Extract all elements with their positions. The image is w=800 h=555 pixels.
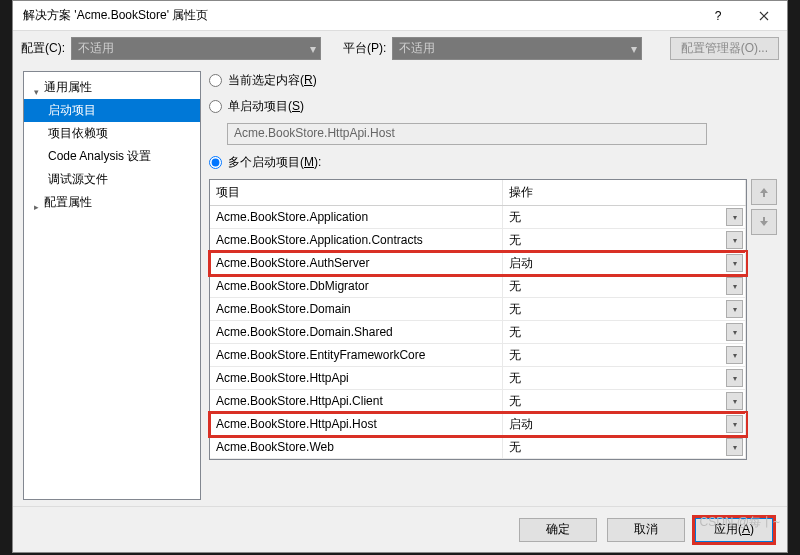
- arrow-up-icon: [758, 186, 770, 198]
- startup-panel: 当前选定内容(R) 单启动项目(S) Acme.BookStore.HttpAp…: [209, 71, 777, 500]
- table-row[interactable]: Acme.BookStore.Application无▾: [210, 206, 746, 229]
- chevron-down-icon: ▾: [631, 42, 637, 56]
- close-icon: [759, 11, 769, 21]
- cell-project: Acme.BookStore.AuthServer: [210, 252, 503, 274]
- chevron-down-icon[interactable]: ▾: [726, 438, 743, 456]
- config-combo[interactable]: 不适用 ▾: [71, 37, 321, 60]
- cell-action[interactable]: 无▾: [503, 367, 746, 389]
- config-label: 配置(C):: [21, 40, 65, 57]
- table-row[interactable]: Acme.BookStore.Domain无▾: [210, 298, 746, 321]
- cell-action[interactable]: 无▾: [503, 275, 746, 297]
- radio-label: 当前选定内容(R): [228, 72, 317, 89]
- arrow-down-icon: [758, 216, 770, 228]
- cancel-button[interactable]: 取消: [607, 518, 685, 542]
- cell-project: Acme.BookStore.HttpApi: [210, 367, 503, 389]
- cell-action[interactable]: 无▾: [503, 229, 746, 251]
- cell-action[interactable]: 无▾: [503, 298, 746, 320]
- chevron-down-icon[interactable]: ▾: [726, 369, 743, 387]
- radio-label: 单启动项目(S): [228, 98, 304, 115]
- col-project[interactable]: 项目: [210, 180, 503, 205]
- cell-project: Acme.BookStore.Domain: [210, 298, 503, 320]
- ok-button[interactable]: 确定: [519, 518, 597, 542]
- platform-label: 平台(P):: [343, 40, 386, 57]
- config-manager-button[interactable]: 配置管理器(O)...: [670, 37, 779, 60]
- config-value: 不适用: [78, 40, 114, 57]
- close-button[interactable]: [741, 1, 787, 31]
- apply-button[interactable]: 应用(A): [695, 518, 773, 542]
- chevron-down-icon[interactable]: ▾: [726, 323, 743, 341]
- cell-project: Acme.BookStore.EntityFrameworkCore: [210, 344, 503, 366]
- cell-project: Acme.BookStore.DbMigrator: [210, 275, 503, 297]
- help-button[interactable]: ?: [695, 1, 741, 31]
- titlebar: 解决方案 'Acme.BookStore' 属性页 ?: [13, 1, 787, 31]
- table-row[interactable]: Acme.BookStore.Application.Contracts无▾: [210, 229, 746, 252]
- cell-action[interactable]: 启动▾: [503, 413, 746, 435]
- table-row[interactable]: Acme.BookStore.EntityFrameworkCore无▾: [210, 344, 746, 367]
- table-row[interactable]: Acme.BookStore.HttpApi.Client无▾: [210, 390, 746, 413]
- cell-project: Acme.BookStore.Domain.Shared: [210, 321, 503, 343]
- col-action[interactable]: 操作: [503, 180, 746, 205]
- reorder-buttons: [751, 179, 777, 460]
- cell-action[interactable]: 无▾: [503, 390, 746, 412]
- cell-action[interactable]: 无▾: [503, 436, 746, 458]
- move-down-button[interactable]: [751, 209, 777, 235]
- tree-item-startup[interactable]: 启动项目: [24, 99, 200, 122]
- cell-action[interactable]: 无▾: [503, 344, 746, 366]
- radio-input[interactable]: [209, 100, 222, 113]
- main-area: 通用属性 启动项目 项目依赖项 Code Analysis 设置 调试源文件 配…: [13, 65, 787, 506]
- chevron-down-icon[interactable]: ▾: [726, 277, 743, 295]
- chevron-down-icon[interactable]: ▾: [726, 208, 743, 226]
- move-up-button[interactable]: [751, 179, 777, 205]
- radio-label: 多个启动项目(M):: [228, 154, 321, 171]
- cell-action[interactable]: 无▾: [503, 206, 746, 228]
- radio-multi-startup[interactable]: 多个启动项目(M):: [209, 153, 777, 171]
- platform-combo[interactable]: 不适用 ▾: [392, 37, 642, 60]
- cell-project: Acme.BookStore.HttpApi.Client: [210, 390, 503, 412]
- single-startup-combo[interactable]: Acme.BookStore.HttpApi.Host: [227, 123, 707, 145]
- chevron-right-icon: [34, 199, 42, 207]
- chevron-down-icon[interactable]: ▾: [726, 415, 743, 433]
- tree-group-config[interactable]: 配置属性: [24, 191, 200, 214]
- cell-project: Acme.BookStore.Application: [210, 206, 503, 228]
- nav-tree: 通用属性 启动项目 项目依赖项 Code Analysis 设置 调试源文件 配…: [23, 71, 201, 500]
- table-row[interactable]: Acme.BookStore.AuthServer启动▾: [210, 252, 746, 275]
- tree-group-label: 通用属性: [44, 79, 92, 96]
- tree-item-debug-source[interactable]: 调试源文件: [24, 168, 200, 191]
- tree-item-code-analysis[interactable]: Code Analysis 设置: [24, 145, 200, 168]
- cell-action[interactable]: 启动▾: [503, 252, 746, 274]
- chevron-down-icon: [34, 84, 42, 92]
- grid-body: Acme.BookStore.Application无▾Acme.BookSto…: [210, 206, 746, 459]
- cell-action[interactable]: 无▾: [503, 321, 746, 343]
- property-pages-dialog: 解决方案 'Acme.BookStore' 属性页 ? 配置(C): 不适用 ▾…: [12, 0, 788, 553]
- chevron-down-icon[interactable]: ▾: [726, 254, 743, 272]
- cell-project: Acme.BookStore.HttpApi.Host: [210, 413, 503, 435]
- grid-header: 项目 操作: [210, 180, 746, 206]
- radio-input[interactable]: [209, 156, 222, 169]
- window-title: 解决方案 'Acme.BookStore' 属性页: [23, 7, 695, 24]
- chevron-down-icon[interactable]: ▾: [726, 346, 743, 364]
- radio-single-startup[interactable]: 单启动项目(S): [209, 97, 777, 115]
- chevron-down-icon[interactable]: ▾: [726, 300, 743, 318]
- projects-grid-wrap: 项目 操作 Acme.BookStore.Application无▾Acme.B…: [209, 179, 777, 460]
- tree-group-common[interactable]: 通用属性: [24, 76, 200, 99]
- radio-current-selection[interactable]: 当前选定内容(R): [209, 71, 777, 89]
- dialog-footer: 确定 取消 应用(A): [13, 506, 787, 552]
- table-row[interactable]: Acme.BookStore.HttpApi.Host启动▾: [210, 413, 746, 436]
- platform-value: 不适用: [399, 40, 435, 57]
- tree-item-deps[interactable]: 项目依赖项: [24, 122, 200, 145]
- chevron-down-icon: ▾: [310, 42, 316, 56]
- tree-group-label: 配置属性: [44, 194, 92, 211]
- config-bar: 配置(C): 不适用 ▾ 平台(P): 不适用 ▾ 配置管理器(O)...: [13, 31, 787, 65]
- cell-project: Acme.BookStore.Application.Contracts: [210, 229, 503, 251]
- projects-grid: 项目 操作 Acme.BookStore.Application无▾Acme.B…: [209, 179, 747, 460]
- table-row[interactable]: Acme.BookStore.DbMigrator无▾: [210, 275, 746, 298]
- chevron-down-icon[interactable]: ▾: [726, 392, 743, 410]
- table-row[interactable]: Acme.BookStore.HttpApi无▾: [210, 367, 746, 390]
- table-row[interactable]: Acme.BookStore.Web无▾: [210, 436, 746, 459]
- cell-project: Acme.BookStore.Web: [210, 436, 503, 458]
- table-row[interactable]: Acme.BookStore.Domain.Shared无▾: [210, 321, 746, 344]
- radio-input[interactable]: [209, 74, 222, 87]
- chevron-down-icon[interactable]: ▾: [726, 231, 743, 249]
